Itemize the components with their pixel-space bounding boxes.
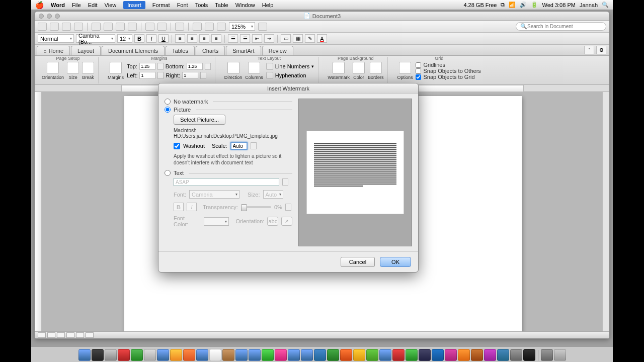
view-outline-button[interactable] <box>47 332 55 338</box>
tab-review[interactable]: Review <box>262 46 293 55</box>
dock-contacts[interactable] <box>222 349 234 361</box>
bulleted-list-button[interactable]: ☰ <box>240 34 250 43</box>
orientation-diagonal-button[interactable]: ↗ <box>281 217 292 226</box>
dock-app-3[interactable] <box>484 349 496 361</box>
orientation-button[interactable]: Orientation <box>42 62 64 80</box>
menu-format[interactable]: Format <box>152 2 170 8</box>
picture-radio[interactable] <box>165 107 171 113</box>
highlight-button[interactable]: ✎ <box>305 34 315 43</box>
text-radio[interactable] <box>165 170 171 176</box>
watermark-text-input[interactable] <box>174 178 279 186</box>
toolbox-icon[interactable] <box>205 23 214 31</box>
grid-options-button[interactable]: Options <box>397 62 413 80</box>
washout-checkbox[interactable] <box>174 143 180 149</box>
columns-button[interactable]: Columns <box>245 62 263 80</box>
watermark-italic-button[interactable]: I <box>187 203 197 211</box>
break-button[interactable]: Break <box>82 62 94 80</box>
dock-illustrator[interactable] <box>458 349 470 361</box>
view-print-button[interactable] <box>66 332 74 338</box>
borders-button[interactable]: ▦ <box>293 34 303 43</box>
tab-charts[interactable]: Charts <box>196 46 225 55</box>
dock-facetime[interactable] <box>262 349 274 361</box>
bold-button[interactable]: B <box>134 34 144 43</box>
dock-finder[interactable] <box>78 349 91 361</box>
hyphenation-button[interactable]: Hyphenation <box>275 72 306 78</box>
snap-others-checkbox[interactable] <box>416 68 421 74</box>
font-color-button[interactable]: A <box>317 34 327 43</box>
dock-excel[interactable] <box>327 349 339 361</box>
view-fullscreen-button[interactable] <box>86 332 94 338</box>
bluetooth-icon[interactable]: ⧉ <box>501 2 505 8</box>
format-painter-icon[interactable] <box>128 23 137 31</box>
media-icon[interactable] <box>217 23 226 31</box>
view-notebook-button[interactable] <box>76 332 84 338</box>
justify-button[interactable]: ≡ <box>211 34 221 43</box>
tab-home[interactable]: ⌂Home <box>37 46 70 55</box>
dock-bridge[interactable] <box>471 349 483 361</box>
dock-outlook[interactable] <box>353 349 365 361</box>
page-borders-button[interactable]: Borders <box>368 62 384 80</box>
margin-right-input[interactable] <box>182 72 198 79</box>
dock-evernote[interactable] <box>366 349 378 361</box>
align-left-button[interactable]: ≡ <box>175 34 185 43</box>
font-select[interactable]: Cambria (Bo... <box>76 34 115 43</box>
dock-app-1[interactable] <box>131 349 143 361</box>
margin-left-input[interactable] <box>139 72 155 79</box>
underline-button[interactable]: U <box>158 34 169 43</box>
minimize-button[interactable] <box>47 14 52 19</box>
redo-icon[interactable] <box>157 23 167 31</box>
gridlines-checkbox[interactable] <box>416 62 421 68</box>
tab-tables[interactable]: Tables <box>166 46 195 55</box>
dock-iphoto[interactable] <box>288 349 300 361</box>
transparency-stepper[interactable] <box>285 204 291 211</box>
margin-bottom-input[interactable] <box>187 63 203 70</box>
save-icon[interactable] <box>62 23 71 31</box>
zoom-select[interactable]: 125% <box>229 22 255 31</box>
copy-icon[interactable] <box>104 23 113 31</box>
dock-app-4[interactable] <box>497 349 509 361</box>
watermark-text-stepper[interactable] <box>282 178 288 186</box>
align-right-button[interactable]: ≡ <box>199 34 209 43</box>
sidebar-icon[interactable] <box>193 23 202 31</box>
select-picture-button[interactable]: Select Picture... <box>174 115 225 125</box>
transparency-slider[interactable] <box>241 206 271 208</box>
align-center-button[interactable]: ≡ <box>187 34 197 43</box>
indent-button[interactable]: ⇥ <box>264 34 274 43</box>
margins-button[interactable]: Margins <box>108 62 124 80</box>
direction-button[interactable]: Direction <box>224 62 243 80</box>
new-icon[interactable] <box>38 23 47 31</box>
help-icon[interactable] <box>258 23 267 31</box>
cancel-button[interactable]: Cancel <box>341 257 375 267</box>
battery-icon[interactable]: 🔋 <box>531 2 538 8</box>
dock-dreamweaver[interactable] <box>406 349 418 361</box>
margin-top-input[interactable] <box>139 63 155 70</box>
no-watermark-radio[interactable] <box>165 99 171 105</box>
menu-font[interactable]: Font <box>177 2 188 8</box>
undo-icon[interactable] <box>145 23 154 31</box>
dock-terminal[interactable] <box>523 349 535 361</box>
zoom-button[interactable] <box>55 14 60 19</box>
margin-right-stepper[interactable] <box>200 72 206 79</box>
dock-safari[interactable] <box>157 349 169 361</box>
scale-stepper[interactable] <box>251 142 257 149</box>
paste-icon[interactable] <box>116 23 125 31</box>
margin-bottom-stepper[interactable] <box>205 63 211 70</box>
style-select[interactable]: Normal <box>38 34 74 43</box>
dock-powerpoint[interactable] <box>340 349 352 361</box>
dock-indesign[interactable] <box>445 349 457 361</box>
italic-button[interactable]: I <box>146 34 156 43</box>
search-box[interactable]: 🔍 <box>516 22 606 31</box>
dock-word[interactable] <box>314 349 326 361</box>
dock-dashboard[interactable] <box>92 349 104 361</box>
show-marks-icon[interactable] <box>175 23 184 31</box>
dock-firefox[interactable] <box>183 349 195 361</box>
menu-table[interactable]: Table <box>215 2 228 8</box>
watermark-bold-button[interactable]: B <box>174 203 184 211</box>
tab-layout[interactable]: Layout <box>71 46 101 55</box>
dock-ical[interactable] <box>209 349 221 361</box>
user-menu[interactable]: Jannah <box>580 2 598 8</box>
dock-photoshop[interactable] <box>432 349 444 361</box>
snap-grid-checkbox[interactable] <box>416 74 421 80</box>
wifi-icon[interactable]: 📶 <box>509 2 516 8</box>
tab-document-elements[interactable]: Document Elements <box>102 46 165 55</box>
